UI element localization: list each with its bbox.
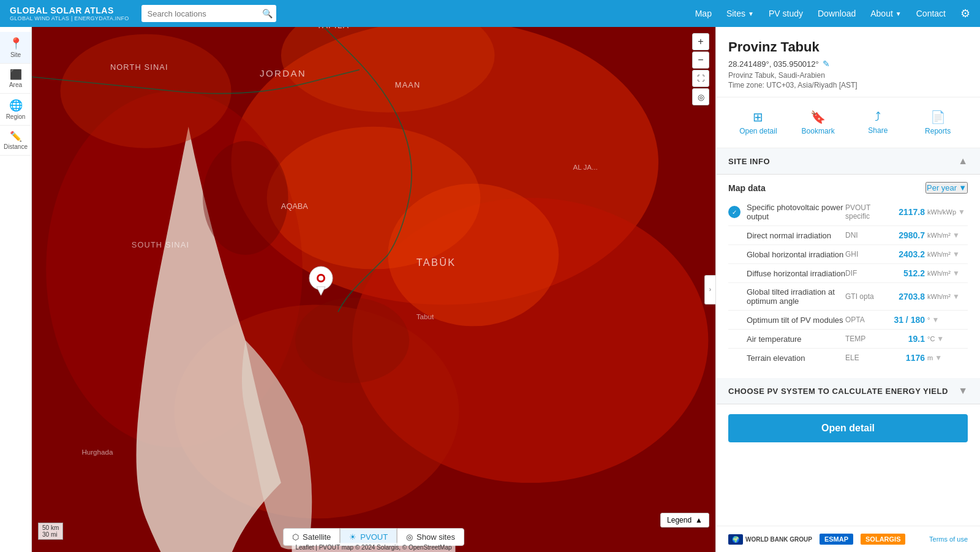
esmap-logo: ESMAP [820,534,853,545]
data-row[interactable]: ✓Specific photovoltaic power outputPVOUT… [728,198,968,226]
row-name: Air temperature [747,335,845,344]
nav-download[interactable]: Download [818,9,856,18]
row-unit: m ▼ [925,354,968,362]
pvout-icon: ☀ [349,532,356,542]
pv-section-header[interactable]: CHOOSE PV SYSTEM TO CALCULATE ENERGY YIE… [716,378,980,404]
svg-text:NORTH SINAI: NORTH SINAI [110,62,168,72]
locate-button[interactable]: ◎ [692,88,709,105]
data-row[interactable]: Direct normal irradiationDNI2980.7kWh/m²… [728,226,968,245]
tool-area[interactable]: ⬛ Area [0,64,31,94]
svg-text:AQABA: AQABA [281,202,308,211]
tool-distance[interactable]: ✏️ Distance [0,126,31,156]
search-icon-button[interactable]: 🔍 [262,9,273,18]
open-detail-button[interactable]: Open detail [728,414,968,442]
show-sites-icon: ◎ [406,532,413,542]
grid-icon: ⊞ [753,110,763,124]
row-value: 2117.8 [888,207,925,217]
svg-point-9 [203,141,288,255]
map-background: NORTH SINAI JORDAN MAAN AQABA SOUTH SINA… [32,27,715,552]
scale-indicator: 50 km 30 mi [38,523,63,540]
row-name: Optimum tilt of PV modules [747,316,845,325]
unit-info-icon[interactable]: ▼ [952,292,960,301]
row-value: 19.1 [888,334,925,344]
legend-button[interactable]: Legend ▲ [660,513,709,527]
bookmark-icon: 🔖 [810,110,826,124]
terms-link[interactable]: Terms of use [929,535,968,543]
svg-point-26 [318,276,323,281]
header-nav: Map Sites ▼ PV study Download About ▼ Co… [695,7,970,20]
map-attribution: Leaflet | PVOUT map © 2024 Solargis, © O… [292,543,455,552]
panel-coords: 28.241489°, 035.950012° ✎ [728,59,968,69]
share-action-button[interactable]: ⤴ Share [848,106,908,139]
open-detail-action-button[interactable]: ⊞ Open detail [728,106,788,139]
chevron-up-icon: ▲ [695,516,703,524]
tool-region[interactable]: 🌐 Region [0,94,31,126]
svg-text:SOUTH SINAI: SOUTH SINAI [132,240,189,249]
nav-about[interactable]: About ▼ [870,9,902,18]
svg-point-6 [267,127,481,270]
row-abbr: OPTA [845,316,888,324]
reports-icon: 📄 [930,110,946,124]
row-unit: °C ▼ [925,335,968,343]
row-name: Terrain elevation [747,354,845,363]
unit-info-icon[interactable]: ▼ [952,269,960,278]
zoom-in-button[interactable]: + [692,33,709,50]
row-name: Direct normal irradiation [747,231,845,240]
panel-header: Provinz Tabuk 28.241489°, 035.950012° ✎ … [716,27,980,97]
about-dropdown-arrow: ▼ [895,10,902,17]
header: GLOBAL SOLAR ATLAS GLOBAL WIND ATLAS | E… [0,0,980,27]
reports-action-button[interactable]: 📄 Reports [908,106,968,139]
location-pin[interactable] [309,266,333,300]
share-icon: ⤴ [875,110,881,124]
data-row[interactable]: Global tilted irradiation at optimum ang… [728,283,968,311]
unit-info-icon[interactable]: ▼ [932,316,939,324]
row-abbr: GTI opta [845,292,888,301]
data-row[interactable]: Air temperatureTEMP19.1°C ▼ [728,330,968,349]
panel-location: Provinz Tabuk, Saudi-Arabien [728,71,968,80]
world-bank-logo: 🌍 WORLD BANK GROUP [728,534,812,545]
zoom-out-button[interactable]: − [692,51,709,69]
unit-info-icon[interactable]: ▼ [952,250,960,259]
area-label: Area [9,81,22,88]
svg-text:Hurghada: Hurghada [81,448,113,456]
per-year-button[interactable]: Per year ▼ [925,182,968,194]
fullscreen-button[interactable]: ⛶ [692,70,709,87]
expand-panel-button[interactable]: › [704,275,715,304]
coords-edit-icon[interactable]: ✎ [823,59,830,69]
site-label: Site [10,51,21,58]
map-area[interactable]: NORTH SINAI JORDAN MAAN AQABA SOUTH SINA… [32,27,715,552]
data-row[interactable]: Terrain elevationELE1176m ▼ [728,349,968,367]
site-icon: 📍 [9,37,23,50]
logo-subtitle: GLOBAL WIND ATLAS | ENERGYDATA.INFO [10,15,129,21]
unit-info-icon[interactable]: ▼ [935,354,942,362]
search-container: 🔍 [141,5,276,22]
nav-map[interactable]: Map [695,9,712,18]
data-row[interactable]: Optimum tilt of PV modulesOPTA31 / 180° … [728,311,968,330]
row-value: 2980.7 [888,230,925,240]
bookmark-action-button[interactable]: 🔖 Bookmark [788,106,848,139]
site-info-toggle-icon: ▲ [958,156,968,167]
search-input[interactable] [141,5,276,22]
row-name: Specific photovoltaic power output [747,203,845,221]
data-row[interactable]: Diffuse horizontal irradiationDIF512.2kW… [728,264,968,283]
sites-dropdown-arrow: ▼ [748,10,754,17]
row-unit: ° ▼ [925,316,968,324]
nav-sites[interactable]: Sites ▼ [726,9,754,18]
row-checkbox-checked[interactable]: ✓ [728,206,741,218]
svg-text:TABŪK: TABŪK [417,257,456,268]
unit-info-icon[interactable]: ▼ [958,208,965,216]
map-data-header: Map data Per year ▼ [728,175,968,198]
unit-info-icon[interactable]: ▼ [952,231,960,240]
nav-pv-study[interactable]: PV study [769,9,803,18]
distance-label: Distance [4,143,28,150]
settings-icon[interactable]: ⚙ [960,7,970,20]
tool-site[interactable]: 📍 Site [0,32,31,64]
site-info-section-header[interactable]: SITE INFO ▲ [716,148,980,175]
data-row[interactable]: Global horizontal irradiationGHI2403.2kW… [728,245,968,264]
nav-contact[interactable]: Contact [916,9,946,18]
unit-info-icon[interactable]: ▼ [937,335,944,343]
row-value: 1176 [888,353,925,363]
region-label: Region [6,113,26,120]
panel-title: Provinz Tabuk [728,39,968,55]
svg-text:Tabut: Tabut [417,312,434,320]
